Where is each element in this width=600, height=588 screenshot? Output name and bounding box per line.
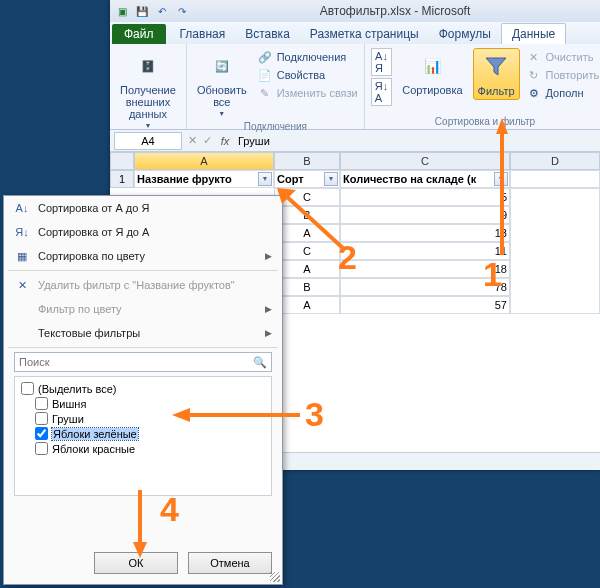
annotation-arrows <box>0 0 600 588</box>
svg-marker-1 <box>496 118 508 134</box>
svg-marker-5 <box>172 408 190 422</box>
svg-line-2 <box>285 195 345 250</box>
svg-marker-7 <box>133 542 147 558</box>
